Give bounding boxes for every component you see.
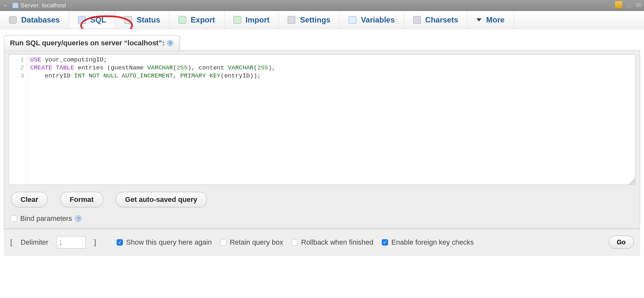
get-autosaved-button[interactable]: Get auto-saved query — [116, 192, 207, 207]
editor-code[interactable]: USE your_computingID; CREATE TABLE entri… — [27, 55, 278, 185]
topbar: ← Server: localhost — [0, 0, 644, 11]
show-again-label: Show this query here again — [126, 238, 212, 247]
fk-checks-checkbox[interactable]: ✓ — [382, 239, 388, 246]
bind-parameters-label: Bind parameters — [20, 214, 72, 223]
export-icon — [178, 16, 186, 24]
panel-heading-text: Run SQL query/queries on server “localho… — [10, 39, 164, 47]
bind-parameters-checkbox[interactable] — [11, 215, 17, 222]
delimiter-label: Delimiter — [21, 238, 48, 247]
topbar-right-icons — [615, 1, 641, 8]
tab-label: Status — [136, 15, 160, 24]
chevron-down-icon — [476, 18, 482, 22]
delimiter-bracket-open: [ — [10, 238, 12, 247]
tab-label: Export — [191, 15, 215, 24]
tab-charsets[interactable]: Charsets — [404, 11, 468, 29]
back-arrow-icon[interactable]: ← — [3, 2, 12, 9]
charsets-icon — [413, 16, 421, 24]
retain-checkbox[interactable] — [220, 239, 227, 246]
rollback-checkbox[interactable] — [292, 239, 298, 246]
fk-checks-label: Enable foreign key checks — [391, 238, 474, 247]
tab-label: SQL — [90, 15, 106, 24]
tab-label: More — [486, 15, 504, 24]
delimiter-bracket-close: ] — [94, 238, 96, 247]
tab-variables[interactable]: Variables — [340, 11, 404, 29]
bind-parameters-row: Bind parameters ? — [11, 214, 635, 223]
import-icon — [233, 16, 241, 24]
variables-icon — [349, 16, 356, 24]
option-fk-checks[interactable]: ✓ Enable foreign key checks — [382, 238, 474, 247]
tab-label: Variables — [361, 15, 395, 24]
go-button[interactable]: Go — [609, 236, 634, 249]
rollback-label: Rollback when finished — [301, 238, 373, 247]
content: Run SQL query/queries on server “localho… — [0, 29, 644, 256]
tab-label: Databases — [21, 15, 60, 24]
option-retain[interactable]: Retain query box — [220, 238, 283, 247]
clear-button[interactable]: Clear — [11, 192, 48, 207]
panel-heading-tab: Run SQL query/queries on server “localho… — [4, 35, 179, 50]
tab-settings[interactable]: Settings — [279, 11, 340, 29]
panel-body: 123 USE your_computingID; CREATE TABLE e… — [4, 50, 640, 229]
resize-handle-icon[interactable] — [629, 179, 635, 185]
option-show-again[interactable]: ✓ Show this query here again — [117, 238, 212, 247]
option-rollback[interactable]: Rollback when finished — [292, 238, 373, 247]
settings-icon — [288, 16, 295, 24]
delimiter-input[interactable] — [57, 236, 86, 248]
editor-buttons: Clear Format Get auto-saved query — [11, 192, 635, 207]
collapse-icon[interactable] — [636, 3, 641, 7]
database-icon — [9, 16, 17, 24]
gear-icon[interactable] — [625, 1, 632, 8]
editor-gutter: 123 — [9, 55, 27, 185]
status-icon — [124, 16, 132, 24]
footer-bar: [ Delimiter ] ✓ Show this query here aga… — [4, 229, 640, 256]
tab-label: Import — [246, 15, 270, 24]
tab-export[interactable]: Export — [170, 11, 224, 29]
tab-status[interactable]: Status — [115, 11, 169, 29]
tab-more[interactable]: More — [467, 11, 514, 29]
tab-label: Settings — [300, 15, 330, 24]
server-icon — [12, 3, 19, 8]
tabstrip: Databases SQL Status Export Import Setti… — [0, 11, 644, 29]
sql-editor[interactable]: 123 USE your_computingID; CREATE TABLE e… — [9, 54, 635, 185]
tab-import[interactable]: Import — [224, 11, 279, 29]
help-icon[interactable]: ? — [75, 215, 82, 222]
help-icon[interactable]: ? — [167, 40, 173, 46]
tab-label: Charsets — [425, 15, 458, 24]
tab-databases[interactable]: Databases — [0, 11, 69, 29]
lock-icon[interactable] — [615, 1, 622, 8]
tab-sql[interactable]: SQL — [69, 11, 115, 29]
show-again-checkbox[interactable]: ✓ — [117, 239, 123, 246]
sql-icon — [78, 16, 86, 24]
retain-label: Retain query box — [230, 238, 283, 247]
format-button[interactable]: Format — [60, 192, 103, 207]
server-title: Server: localhost — [21, 2, 66, 9]
